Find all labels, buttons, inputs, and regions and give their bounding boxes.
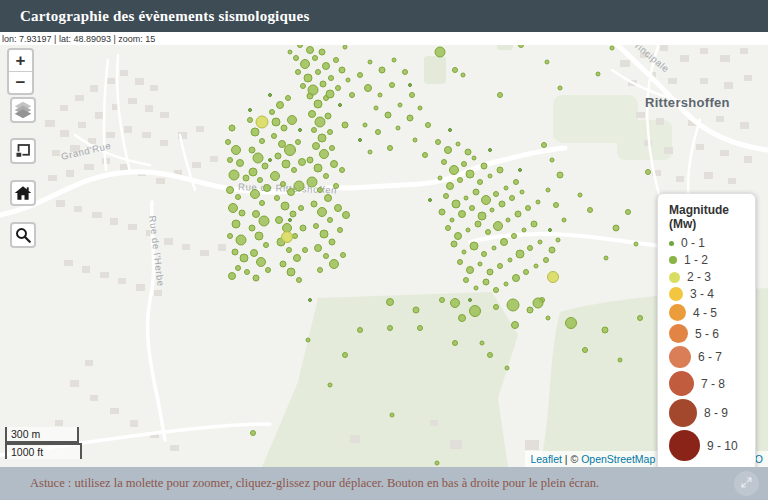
event-dot[interactable] xyxy=(300,225,306,231)
event-dot[interactable] xyxy=(282,232,293,243)
event-dot[interactable] xyxy=(299,206,304,211)
event-dot[interactable] xyxy=(240,254,248,262)
event-dot[interactable] xyxy=(410,93,415,98)
event-dot[interactable] xyxy=(287,268,295,276)
event-dot[interactable] xyxy=(260,139,265,144)
extent-tool-button[interactable] xyxy=(10,138,36,164)
event-dot[interactable] xyxy=(578,193,582,197)
event-dot[interactable] xyxy=(232,146,241,155)
event-dot[interactable] xyxy=(294,181,304,191)
event-dot[interactable] xyxy=(277,102,284,109)
event-dot[interactable] xyxy=(469,299,472,302)
event-dot[interactable] xyxy=(494,305,499,310)
event-dot[interactable] xyxy=(290,211,296,217)
event-dot[interactable] xyxy=(472,156,476,160)
event-dot[interactable] xyxy=(249,168,257,176)
event-dot[interactable] xyxy=(456,142,460,146)
event-dot[interactable] xyxy=(319,49,325,55)
layers-button[interactable] xyxy=(10,97,36,123)
event-dot[interactable] xyxy=(330,146,335,151)
event-dot[interactable] xyxy=(459,211,466,218)
event-dot[interactable] xyxy=(253,153,263,163)
event-dot[interactable] xyxy=(315,117,325,127)
event-dot[interactable] xyxy=(303,248,308,253)
event-dot[interactable] xyxy=(618,358,622,362)
event-dot[interactable] xyxy=(514,180,519,185)
event-dot[interactable] xyxy=(309,299,312,302)
event-dot[interactable] xyxy=(494,222,503,231)
event-dot[interactable] xyxy=(359,139,362,142)
event-dot[interactable] xyxy=(549,229,552,232)
event-dot[interactable] xyxy=(506,218,510,222)
event-dot[interactable] xyxy=(423,153,428,158)
event-dot[interactable] xyxy=(325,113,331,119)
event-dot[interactable] xyxy=(330,260,339,269)
event-dot[interactable] xyxy=(320,230,328,238)
event-dot[interactable] xyxy=(249,225,255,231)
event-dot[interactable] xyxy=(556,238,560,242)
event-dot[interactable] xyxy=(435,47,445,57)
event-dot[interactable] xyxy=(272,118,280,126)
event-dot[interactable] xyxy=(470,206,475,211)
event-dot[interactable] xyxy=(390,83,395,88)
event-dot[interactable] xyxy=(243,175,249,181)
event-dot[interactable] xyxy=(387,299,394,306)
event-dot[interactable] xyxy=(245,270,250,275)
event-dot[interactable] xyxy=(388,326,393,331)
event-dot[interactable] xyxy=(490,208,494,212)
osm-link[interactable]: OpenStreetMap xyxy=(581,453,655,465)
event-dot[interactable] xyxy=(275,196,280,201)
event-dot[interactable] xyxy=(447,183,454,190)
event-dot[interactable] xyxy=(328,383,332,387)
event-dot[interactable] xyxy=(288,50,292,54)
event-dot[interactable] xyxy=(314,224,319,229)
event-dot[interactable] xyxy=(451,241,457,247)
event-dot[interactable] xyxy=(253,275,259,281)
event-dot[interactable] xyxy=(550,158,554,162)
event-dot[interactable] xyxy=(444,194,449,199)
event-dot[interactable] xyxy=(294,56,299,61)
event-dot[interactable] xyxy=(527,307,533,313)
event-dot[interactable] xyxy=(320,150,329,159)
event-dot[interactable] xyxy=(226,140,231,145)
event-dot[interactable] xyxy=(285,145,296,156)
event-dot[interactable] xyxy=(455,233,462,240)
event-dot[interactable] xyxy=(470,242,478,250)
fullscreen-button[interactable] xyxy=(734,471,759,496)
event-dot[interactable] xyxy=(445,147,452,154)
event-dot[interactable] xyxy=(296,70,301,75)
event-dot[interactable] xyxy=(458,178,463,183)
event-dot[interactable] xyxy=(519,169,522,172)
event-dot[interactable] xyxy=(426,123,431,128)
event-dot[interactable] xyxy=(482,252,487,257)
event-dot[interactable] xyxy=(307,47,314,54)
event-dot[interactable] xyxy=(264,243,269,248)
event-dot[interactable] xyxy=(259,216,269,226)
event-dot[interactable] xyxy=(542,143,547,148)
event-dot[interactable] xyxy=(452,200,460,208)
event-dot[interactable] xyxy=(413,138,417,142)
event-dot[interactable] xyxy=(473,189,479,195)
event-dot[interactable] xyxy=(343,353,348,358)
event-dot[interactable] xyxy=(451,299,460,308)
event-dot[interactable] xyxy=(533,298,543,308)
event-dot[interactable] xyxy=(548,272,559,283)
event-dot[interactable] xyxy=(227,187,234,194)
event-dot[interactable] xyxy=(258,178,263,183)
event-dot[interactable] xyxy=(458,260,463,265)
event-dot[interactable] xyxy=(554,203,559,208)
event-dot[interactable] xyxy=(287,248,292,253)
event-dot[interactable] xyxy=(329,76,334,81)
event-dot[interactable] xyxy=(613,225,619,231)
event-dot[interactable] xyxy=(229,273,236,280)
event-dot[interactable] xyxy=(358,328,363,333)
event-dot[interactable] xyxy=(478,180,483,185)
event-dot[interactable] xyxy=(604,256,608,260)
event-dot[interactable] xyxy=(467,267,474,274)
event-dot[interactable] xyxy=(489,149,492,152)
event-dot[interactable] xyxy=(474,286,478,290)
event-dot[interactable] xyxy=(339,104,342,107)
event-dot[interactable] xyxy=(450,218,454,222)
event-dot[interactable] xyxy=(292,168,297,173)
event-dot[interactable] xyxy=(324,254,329,259)
